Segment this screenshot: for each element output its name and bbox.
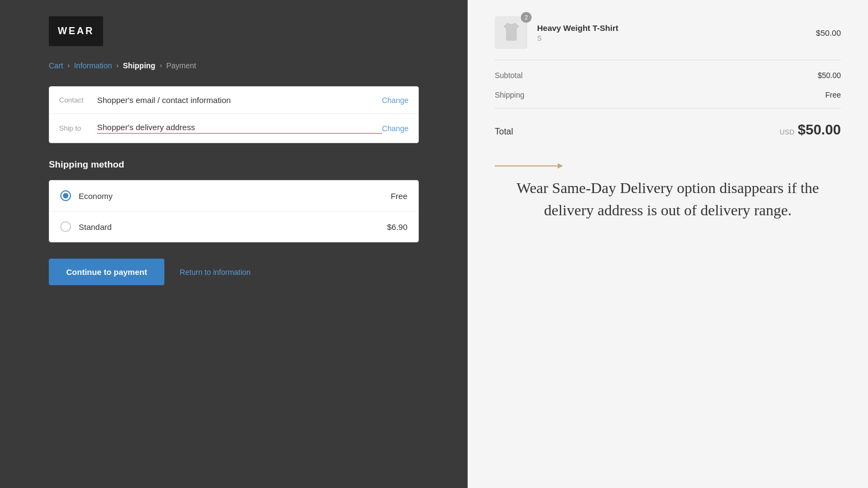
shipto-row: Ship to Shopper's delivery address Chang… <box>49 114 418 143</box>
shipping-option-economy[interactable]: Economy Free <box>49 181 418 211</box>
product-row: 2 Heavy Weight T-Shirt S $50.00 <box>495 16 841 60</box>
logo: WEAR <box>49 16 103 46</box>
breadcrumb-shipping: Shipping <box>123 61 156 70</box>
shipping-options: Economy Free Standard $6.90 <box>49 180 419 242</box>
radio-economy-inner <box>63 193 68 198</box>
radio-economy <box>60 190 71 201</box>
totals: Subtotal $50.00 Shipping Free Total USD … <box>495 71 841 138</box>
order-summary: 2 Heavy Weight T-Shirt S $50.00 Subtotal… <box>495 16 841 149</box>
right-panel: 2 Heavy Weight T-Shirt S $50.00 Subtotal… <box>468 0 868 488</box>
annotation-text: Wear Same-Day Delivery option disappears… <box>495 177 841 221</box>
product-name: Heavy Weight T-Shirt <box>537 23 816 33</box>
return-to-information-button[interactable]: Return to information <box>180 268 251 277</box>
logo-text: WEAR <box>58 25 94 37</box>
contact-change[interactable]: Change <box>382 96 409 105</box>
breadcrumb-sep-2: › <box>117 62 119 69</box>
shipping-row: Shipping Free <box>495 91 841 108</box>
arrow-line <box>495 165 560 166</box>
product-price: $50.00 <box>816 28 841 37</box>
grand-total-row: Total USD $50.00 <box>495 117 841 138</box>
breadcrumb-payment: Payment <box>166 61 196 70</box>
breadcrumb-sep-3: › <box>159 62 162 69</box>
economy-price: Free <box>391 191 407 201</box>
breadcrumb-cart[interactable]: Cart <box>49 61 63 70</box>
contact-value: Shopper's email / contact information <box>97 95 382 105</box>
standard-name: Standard <box>79 222 387 232</box>
shipping-label: Shipping <box>495 91 525 99</box>
grand-total-currency: USD <box>780 128 794 136</box>
annotation-area: Wear Same-Day Delivery option disappears… <box>495 160 841 472</box>
subtotal-value: $50.00 <box>818 71 841 80</box>
radio-standard <box>60 221 71 232</box>
breadcrumb-sep-1: › <box>67 62 69 69</box>
subtotal-label: Subtotal <box>495 71 522 80</box>
grand-total-value: USD $50.00 <box>780 121 841 138</box>
shipto-value: Shopper's delivery address <box>97 123 382 134</box>
left-panel: WEAR Cart › Information › Shipping › Pay… <box>0 0 468 488</box>
grand-total-label: Total <box>495 127 513 137</box>
grand-total-amount: $50.00 <box>797 121 841 138</box>
annotation-arrow <box>495 165 841 166</box>
info-box: Contact Shopper's email / contact inform… <box>49 86 419 143</box>
standard-price: $6.90 <box>387 222 407 232</box>
breadcrumb: Cart › Information › Shipping › Payment <box>49 61 419 70</box>
tshirt-icon <box>502 22 521 43</box>
product-image-wrap: 2 <box>495 16 527 49</box>
subtotal-row: Subtotal $50.00 <box>495 71 841 85</box>
continue-to-payment-button[interactable]: Continue to payment <box>49 259 164 285</box>
contact-row: Contact Shopper's email / contact inform… <box>49 87 418 114</box>
product-info: Heavy Weight T-Shirt S <box>537 23 816 42</box>
product-badge: 2 <box>521 12 532 23</box>
button-row: Continue to payment Return to informatio… <box>49 259 419 285</box>
shipping-value: Free <box>825 91 841 99</box>
shipto-label: Ship to <box>59 124 97 132</box>
product-variant: S <box>537 34 816 42</box>
shipto-change[interactable]: Change <box>382 124 409 133</box>
breadcrumb-information[interactable]: Information <box>74 61 112 70</box>
contact-label: Contact <box>59 96 97 104</box>
shipping-option-standard[interactable]: Standard $6.90 <box>49 211 418 242</box>
economy-name: Economy <box>79 191 391 201</box>
shipping-section-title: Shipping method <box>49 159 419 170</box>
